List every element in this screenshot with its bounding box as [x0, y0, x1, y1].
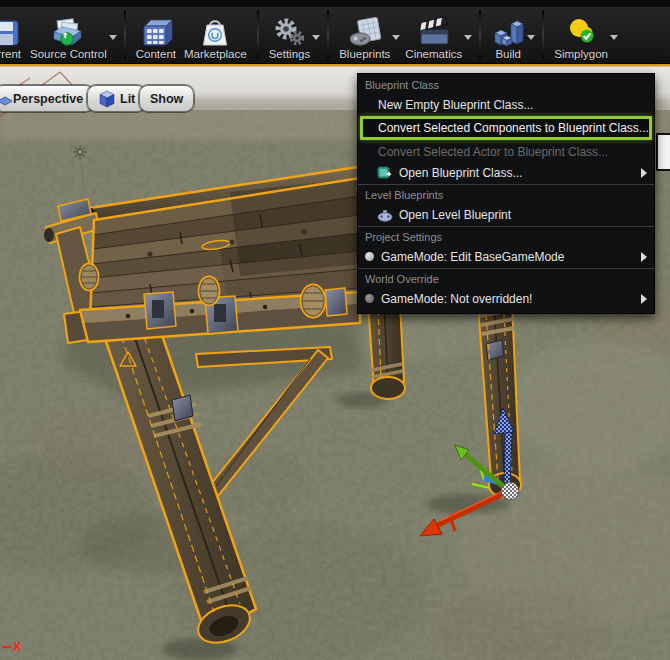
menu-item-label: Open Level Blueprint [399, 208, 511, 222]
content-browser-icon [139, 17, 173, 47]
menu-item-gamemode-edit[interactable]: GameMode: Edit BaseGameMode [358, 246, 654, 267]
menu-item-label: New Empty Blueprint Class... [378, 98, 533, 112]
toolbar-separator [257, 10, 259, 59]
toolbar-label: Simplygon [554, 48, 608, 60]
blueprints-menu: Blueprint Class New Empty Blueprint Clas… [357, 73, 655, 314]
bullet-icon [365, 252, 374, 261]
menu-item-open-blueprint-class[interactable]: Open Blueprint Class... [358, 162, 654, 183]
menu-item-convert-components-highlighted[interactable]: Convert Selected Components to Blueprint… [360, 116, 652, 140]
source-control-dropdown-arrow[interactable] [109, 35, 117, 44]
perspective-icon [0, 92, 13, 108]
toolbar-separator [327, 10, 329, 59]
content-button[interactable]: Content [132, 16, 180, 61]
blueprints-button[interactable]: Blueprints [335, 16, 394, 61]
cinematics-dropdown-arrow[interactable] [464, 35, 472, 44]
cinematics-button[interactable]: Cinematics [401, 16, 466, 61]
build-icon [491, 17, 525, 47]
menu-item-label: GameMode: Edit BaseGameMode [381, 250, 564, 264]
menu-section-header: Level Blueprints [358, 186, 654, 204]
toolbar-label: Blueprints [339, 48, 390, 60]
toolbar-label: Cinematics [405, 48, 462, 60]
lit-cube-icon [98, 89, 116, 109]
menu-section-level-blueprints: Level Blueprints Open Level Blueprint [358, 184, 654, 225]
lit-label: Lit [120, 92, 135, 106]
marketplace-icon [198, 17, 232, 47]
blueprint-class-icon [377, 166, 393, 180]
gizmo-center-handle[interactable] [501, 482, 519, 500]
show-label: Show [150, 92, 183, 106]
axis-x-line [2, 646, 11, 648]
menu-item-gamemode-not-overridden[interactable]: GameMode: Not overridden! [358, 288, 654, 309]
toolbar-label: Content [136, 48, 176, 60]
toolbar-label: Source Control [30, 48, 107, 60]
toolbar-label: urrent [0, 48, 21, 60]
source-control-button[interactable]: Source Control [26, 16, 111, 61]
build-dropdown-arrow[interactable] [527, 35, 535, 44]
toolbar-separator [542, 10, 544, 59]
menu-item-label: Open Blueprint Class... [399, 166, 522, 180]
bullet-icon [365, 294, 374, 303]
blueprints-dropdown-arrow[interactable] [392, 35, 400, 44]
submenu-arrow-icon [641, 252, 647, 262]
menu-item-label: GameMode: Not overridden! [381, 292, 532, 306]
toolbar-label: Marketplace [184, 48, 247, 60]
menu-section-blueprint-class: Blueprint Class New Empty Blueprint Clas… [358, 76, 654, 183]
simplygon-dropdown-arrow[interactable] [610, 35, 618, 44]
menu-section-header: Blueprint Class [358, 76, 654, 94]
blueprints-icon [348, 17, 382, 47]
submenu-arrow-icon [641, 168, 647, 178]
save-icon [0, 17, 21, 47]
marketplace-button[interactable]: Marketplace [180, 16, 251, 61]
toolbar-separator [479, 10, 481, 59]
simplygon-button[interactable]: Simplygon [550, 16, 612, 61]
menu-item-label: Convert Selected Actor to Blueprint Clas… [378, 145, 608, 159]
show-button[interactable]: Show [139, 85, 194, 112]
settings-dropdown-arrow[interactable] [312, 35, 320, 44]
cinematics-icon [416, 17, 452, 47]
menu-item-open-level-blueprint[interactable]: Open Level Blueprint [358, 204, 654, 225]
source-control-icon [51, 17, 85, 47]
menu-item-label: Convert Selected Components to Blueprint… [378, 121, 649, 135]
level-blueprint-icon [377, 208, 393, 222]
axis-indicator-x: X [2, 640, 21, 654]
main-toolbar: urrent Source Control [0, 0, 670, 64]
ue4-editor-window: urrent Source Control [0, 0, 670, 660]
simplygon-icon [564, 17, 598, 47]
build-button[interactable]: Build [487, 16, 529, 61]
axis-x-label: X [13, 640, 21, 654]
submenu-arrow-icon [641, 294, 647, 304]
settings-button[interactable]: Settings [265, 16, 315, 61]
toolbar-label: Build [495, 48, 521, 60]
save-current-button[interactable]: urrent [0, 16, 26, 61]
lit-button[interactable]: Lit [87, 85, 146, 112]
menu-item-convert-actor-disabled: Convert Selected Actor to Blueprint Clas… [358, 141, 654, 162]
toolbar-separator [124, 10, 126, 59]
menu-section-world-override: World Override GameMode: Not overridden! [358, 268, 654, 309]
settings-gear-icon [272, 17, 306, 47]
side-panel-fragment [656, 133, 670, 171]
toolbar-label: Settings [269, 48, 311, 60]
viewport-active-border [0, 64, 670, 67]
menu-section-project-settings: Project Settings GameMode: Edit BaseGame… [358, 226, 654, 267]
menu-section-header: Project Settings [358, 228, 654, 246]
menu-section-header: World Override [358, 270, 654, 288]
perspective-label: Perspective [13, 92, 83, 106]
menu-item-new-empty-blueprint[interactable]: New Empty Blueprint Class... [358, 94, 654, 115]
perspective-button[interactable]: Perspective [0, 85, 94, 112]
